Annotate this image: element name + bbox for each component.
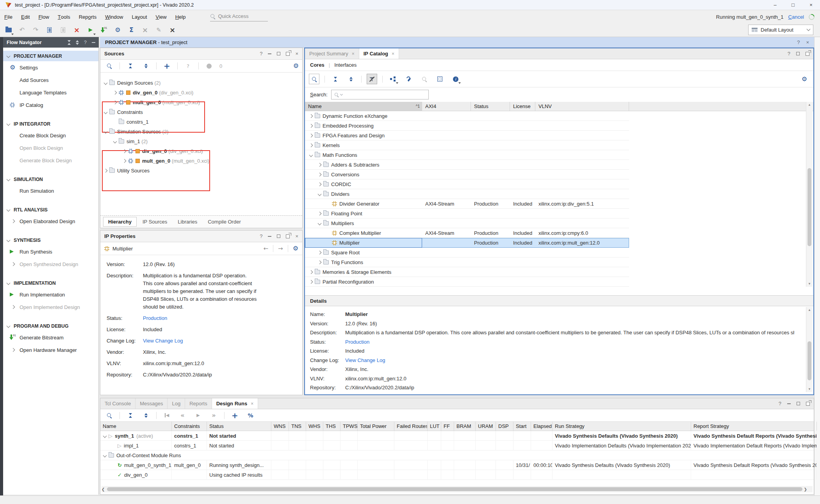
catalog-row-conversions[interactable]: Conversions: [305, 170, 629, 179]
generate-bitstream-icon[interactable]: 01: [99, 25, 109, 35]
tab-design-runs[interactable]: Design Runs×: [212, 398, 258, 409]
chevron-right-icon[interactable]: [113, 91, 117, 95]
flow-item-add-sources[interactable]: Add Sources: [3, 74, 98, 86]
run-icon[interactable]: [85, 25, 96, 35]
float-panel-icon[interactable]: [286, 234, 290, 238]
expand-all-icon[interactable]: [346, 74, 356, 84]
catalog-row-trig-functions[interactable]: Trig Functions: [305, 257, 629, 267]
tree-item-div_gen_0[interactable]: div_gen_0 (div_gen_0.xci): [100, 146, 302, 156]
chevron-down-icon[interactable]: [104, 81, 108, 85]
catalog-row-multipliers[interactable]: Multipliers: [305, 218, 629, 228]
filter-disabled-icon[interactable]: [367, 74, 377, 84]
expand-all-icon[interactable]: [141, 410, 151, 421]
scroll-down-icon[interactable]: ▼: [806, 281, 813, 287]
chevron-right-icon[interactable]: [318, 250, 322, 254]
tree-item-mult_gen_0[interactable]: mult_gen_0 (mult_gen_0.xci): [100, 98, 302, 107]
chevron-right-icon[interactable]: [318, 172, 322, 176]
column-header-tns[interactable]: TNS: [289, 422, 306, 431]
catalog-row-kernels[interactable]: Kernels: [305, 140, 629, 150]
tree-item-simulation-sources[interactable]: Simulation Sources (2): [100, 127, 302, 137]
chevron-down-icon[interactable]: [103, 434, 107, 438]
tab-messages[interactable]: Messages: [135, 398, 168, 409]
column-header-ff[interactable]: FF: [441, 422, 454, 431]
chevron-down-icon[interactable]: [103, 454, 107, 458]
maximize-panel-icon[interactable]: [796, 52, 800, 55]
chevron-right-icon[interactable]: [318, 260, 322, 264]
column-header-run-strategy[interactable]: Run Strategy: [553, 422, 691, 431]
flow-item-open-hardware-manager[interactable]: Open Hardware Manager: [3, 344, 98, 356]
catalog-row-embedded-processing[interactable]: Embedded Processing: [305, 121, 629, 131]
field-value[interactable]: Production: [143, 314, 272, 322]
go-to-start-icon[interactable]: ◀: [162, 410, 172, 421]
help-icon[interactable]: ?: [779, 401, 781, 406]
chevron-down-icon[interactable]: [113, 140, 117, 144]
field-value[interactable]: View Change Log: [345, 357, 794, 364]
maximize-panel-icon[interactable]: [277, 52, 280, 55]
flow-section-header[interactable]: RTL ANALYSIS: [3, 204, 98, 215]
flow-item-create-block-design[interactable]: Create Block Design: [3, 129, 98, 142]
flow-section-header[interactable]: SYNTHESIS: [3, 235, 98, 245]
catalog-row-cordic[interactable]: CORDIC: [305, 179, 629, 189]
paste-icon[interactable]: [58, 25, 68, 35]
field-value[interactable]: Production: [345, 339, 794, 346]
save-report-icon[interactable]: [44, 25, 55, 35]
chevron-down-icon[interactable]: [309, 153, 313, 157]
collapse-all-icon[interactable]: [68, 40, 71, 45]
column-header-total-power[interactable]: Total Power: [358, 422, 394, 431]
expand-all-icon[interactable]: [76, 40, 79, 45]
flow-item-run-simulation[interactable]: Run Simulation: [3, 185, 98, 197]
gear-icon[interactable]: ⚙: [802, 76, 807, 82]
vertical-scrollbar[interactable]: ▲ ▼: [806, 307, 813, 392]
chevron-down-icon[interactable]: [318, 221, 322, 225]
minimize-panel-icon[interactable]: [92, 42, 95, 43]
column-header-uram[interactable]: URAM: [476, 422, 496, 431]
tab-project-summary[interactable]: Project Summary×: [305, 48, 359, 59]
forward-arrow-icon[interactable]: →: [278, 246, 283, 252]
expand-all-icon[interactable]: [141, 61, 151, 71]
catalog-row-math-functions[interactable]: Math Functions: [305, 150, 629, 160]
run-row-div_gen_0[interactable]: ✓div_gen_0Using cached IP results: [100, 470, 814, 480]
add-repository-chip-icon[interactable]: [435, 74, 445, 84]
chevron-right-icon[interactable]: [309, 270, 313, 274]
flow-item-generate-block-design[interactable]: Generate Block Design: [3, 154, 98, 167]
scroll-down-icon[interactable]: ▼: [806, 386, 813, 392]
chevron-right-icon[interactable]: [309, 124, 313, 128]
flow-item-language-templates[interactable]: Language Templates: [3, 86, 98, 99]
help-icon[interactable]: ?: [788, 51, 790, 57]
run-row-synth_1[interactable]: ▷synth_1 (active)constrs_1Not startedViv…: [100, 431, 814, 441]
column-header-axi4[interactable]: AXI4: [422, 102, 471, 111]
chevron-right-icon[interactable]: [318, 211, 322, 215]
collapse-all-icon[interactable]: [125, 61, 135, 71]
maximize-panel-icon[interactable]: [797, 402, 800, 405]
scroll-up-icon[interactable]: ▲: [806, 102, 813, 108]
tree-item-sim_1[interactable]: sim_1 (2): [100, 137, 302, 146]
column-header-name[interactable]: Name: [100, 422, 172, 431]
edit-disabled-icon[interactable]: ✎: [153, 25, 164, 35]
chevron-right-icon[interactable]: [123, 159, 127, 163]
collapse-all-icon[interactable]: [330, 74, 340, 84]
menu-layout[interactable]: Layout: [127, 10, 151, 23]
column-header-ths[interactable]: THS: [323, 422, 340, 431]
chevron-right-icon[interactable]: [309, 280, 313, 284]
column-header-report-strategy[interactable]: Report Strategy: [691, 422, 817, 431]
column-header-elapsed[interactable]: Elapsed: [531, 422, 553, 431]
catalog-row-adders-&-subtracters[interactable]: Adders & Subtracters: [305, 160, 629, 170]
percent-progress-icon[interactable]: %: [245, 410, 256, 421]
column-header-constraints[interactable]: Constraints: [172, 422, 207, 431]
vertical-scrollbar[interactable]: ▲ ▼: [806, 102, 813, 287]
scroll-up-icon[interactable]: ▲: [806, 307, 813, 313]
column-header-tpws[interactable]: TPWS: [340, 422, 358, 431]
flow-item-settings[interactable]: ⚙Settings: [3, 61, 98, 74]
customize-wrench-icon[interactable]: [403, 74, 414, 84]
flow-item-run-synthesis[interactable]: Run Synthesis: [3, 245, 98, 258]
close-tab-icon[interactable]: ×: [251, 401, 253, 406]
column-header-status[interactable]: Status: [207, 422, 271, 431]
tree-item-design-sources[interactable]: Design Sources (2): [100, 78, 302, 88]
menu-reports[interactable]: Reports: [75, 10, 101, 23]
chevron-down-icon[interactable]: [318, 192, 322, 196]
tree-item-utility-sources[interactable]: Utility Sources: [100, 166, 302, 176]
cancel-run-link[interactable]: Cancel: [788, 14, 804, 20]
open-recent-project-icon[interactable]: [3, 25, 14, 35]
scrollbar-thumb[interactable]: [808, 168, 811, 246]
quick-access-search[interactable]: Quick Access: [210, 12, 268, 21]
